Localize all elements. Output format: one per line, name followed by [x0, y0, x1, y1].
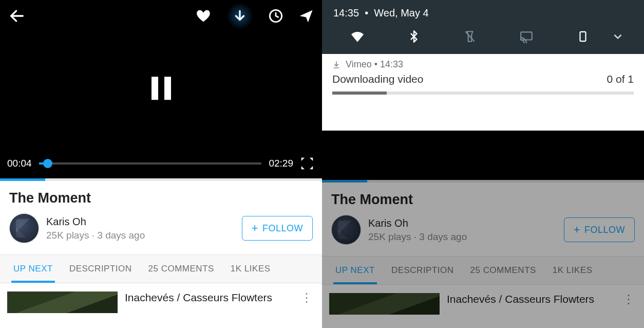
video-player: 00:04 02:29 — [0, 0, 322, 178]
download-notification[interactable]: Vimeo • 14:33 Downloading video 0 of 1 — [322, 54, 644, 103]
title-row: The Moment — [0, 181, 322, 211]
title-row-right: The Moment — [322, 183, 644, 213]
cast-toggle-icon[interactable] — [498, 30, 555, 43]
meta-dot: · — [92, 230, 98, 241]
play-count-right: 25K plays — [368, 231, 411, 242]
tab-comments-right[interactable]: 25 COMMENTS — [462, 257, 544, 284]
elapsed-time: 00:04 — [7, 158, 32, 169]
tab-likes[interactable]: 1K LIKES — [222, 255, 279, 283]
upload-age: 3 days ago — [97, 230, 145, 241]
uploader-avatar[interactable] — [9, 213, 39, 243]
uploader-name-right[interactable]: Karis Oh — [368, 217, 467, 229]
notification-count: 0 of 1 — [607, 73, 634, 85]
chevron-down-icon[interactable] — [611, 31, 637, 42]
duration-time: 02:29 — [269, 158, 293, 169]
uploader-meta: 25K plays · 3 days ago — [46, 230, 145, 241]
uploader-name[interactable]: Karis Oh — [46, 216, 145, 228]
upnext-item[interactable]: Inachevés / Casseurs Flowters ⋮ — [0, 283, 322, 313]
tab-description-right[interactable]: DESCRIPTION — [383, 257, 462, 284]
notification-dot: • — [372, 59, 380, 70]
follow-button-right[interactable]: + FOLLOW — [564, 217, 635, 242]
upnext-title: Inachevés / Casseurs Flowters — [118, 291, 298, 304]
notification-progress — [332, 92, 634, 95]
right-screenshot: 14:35 • Wed, May 4 — [322, 0, 644, 328]
follow-label-right: FOLLOW — [584, 225, 625, 235]
left-screenshot: 00:04 02:29 The Moment Karis Oh 25K play… — [0, 0, 322, 328]
wifi-toggle-icon[interactable] — [329, 28, 386, 45]
follow-button[interactable]: + FOLLOW — [242, 216, 313, 241]
more-vert-icon[interactable]: ⋮ — [298, 291, 315, 304]
quick-settings — [322, 23, 644, 54]
status-bar: 14:35 • Wed, May 4 — [322, 0, 644, 23]
player-actions — [180, 3, 314, 29]
plus-icon-right: + — [574, 223, 580, 236]
notification-progress-fill — [332, 92, 387, 95]
video-title: The Moment — [9, 190, 313, 206]
plus-icon: + — [252, 222, 258, 235]
back-arrow-icon[interactable] — [8, 7, 26, 25]
uploader-row: Karis Oh 25K plays · 3 days ago + FOLLOW — [0, 211, 322, 254]
tab-upnext[interactable]: UP NEXT — [5, 255, 61, 283]
notification-title: Downloading video — [332, 73, 423, 85]
status-time: 14:35 — [333, 7, 359, 19]
follow-label: FOLLOW — [262, 223, 303, 234]
notification-header: Vimeo • 14:33 — [332, 59, 634, 70]
download-button[interactable] — [226, 3, 253, 29]
watch-later-clock-icon[interactable] — [269, 9, 283, 23]
uploader-row-right: Karis Oh 25K plays · 3 days ago + FOLLOW — [322, 213, 644, 256]
svg-rect-4 — [521, 32, 532, 40]
upnext-thumbnail-right[interactable] — [329, 293, 440, 315]
fullscreen-icon[interactable] — [299, 156, 315, 171]
notification-body: Downloading video 0 of 1 — [332, 73, 634, 85]
video-title-right: The Moment — [331, 192, 635, 208]
tab-likes-right[interactable]: 1K LIKES — [544, 257, 601, 284]
seek-bar[interactable] — [39, 162, 262, 165]
svg-line-3 — [466, 31, 475, 42]
player-area-collapsed — [322, 131, 644, 180]
tab-bar-right: UP NEXT DESCRIPTION 25 COMMENTS 1K LIKES — [322, 256, 644, 285]
like-heart-icon[interactable] — [196, 8, 211, 24]
tab-description[interactable]: DESCRIPTION — [61, 255, 140, 283]
uploader-meta-right: 25K plays · 3 days ago — [368, 231, 467, 243]
upnext-item-right[interactable]: Inachevés / Casseurs Flowters ⋮ — [322, 285, 644, 315]
notification-shade: 14:35 • Wed, May 4 — [322, 0, 644, 103]
seek-knob[interactable] — [43, 159, 52, 168]
uploader-text-right: Karis Oh 25K plays · 3 days ago — [368, 217, 467, 243]
tab-upnext-right[interactable]: UP NEXT — [327, 257, 383, 284]
more-vert-icon-right[interactable]: ⋮ — [620, 293, 637, 305]
pause-button[interactable] — [151, 77, 171, 100]
play-count: 25K plays — [46, 230, 89, 241]
notification-app: Vimeo — [346, 59, 372, 70]
status-date: Wed, May 4 — [374, 7, 428, 19]
upnext-thumbnail[interactable] — [7, 291, 118, 313]
download-small-icon — [332, 61, 340, 69]
player-bottom-bar: 00:04 02:29 — [0, 156, 322, 171]
upnext-title-right: Inachevés / Casseurs Flowters — [440, 293, 620, 305]
flashlight-toggle-icon[interactable] — [442, 28, 499, 45]
tab-bar: UP NEXT DESCRIPTION 25 COMMENTS 1K LIKES — [0, 254, 322, 283]
svg-rect-5 — [580, 32, 586, 41]
uploader-text: Karis Oh 25K plays · 3 days ago — [46, 216, 145, 241]
status-dot: • — [362, 7, 374, 19]
player-top-bar — [0, 3, 322, 29]
uploader-avatar-right[interactable] — [331, 215, 361, 245]
bluetooth-toggle-icon[interactable] — [386, 28, 442, 45]
share-paper-plane-icon[interactable] — [298, 8, 314, 24]
upload-age-right: 3 days ago — [419, 231, 467, 242]
tab-comments[interactable]: 25 COMMENTS — [140, 255, 222, 283]
portrait-toggle-icon[interactable] — [555, 28, 611, 45]
notification-time: 14:33 — [380, 59, 403, 70]
